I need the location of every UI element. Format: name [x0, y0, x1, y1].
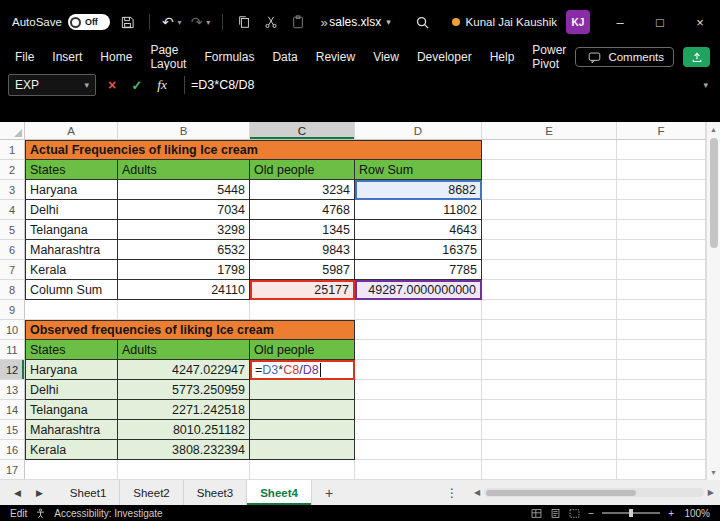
cell-D2[interactable]: Row Sum	[355, 160, 482, 180]
cell-C7[interactable]: 5987	[250, 260, 355, 280]
cell-A9[interactable]	[25, 300, 118, 320]
cell-B11[interactable]: Adults	[118, 340, 250, 360]
row-header-17[interactable]: 17	[0, 460, 25, 480]
cell-C8[interactable]: 25177	[250, 280, 355, 300]
cell-D6[interactable]: 16375	[355, 240, 482, 260]
sheet-tab-sheet2[interactable]: Sheet2	[120, 480, 183, 505]
cell-E13[interactable]	[482, 380, 617, 400]
row-header-3[interactable]: 3	[0, 180, 25, 200]
cell-B12[interactable]: 4247.022947	[118, 360, 250, 380]
row-header-6[interactable]: 6	[0, 240, 25, 260]
cell-D7[interactable]: 7785	[355, 260, 482, 280]
cell-E5[interactable]	[482, 220, 617, 240]
cell-B15[interactable]: 8010.251182	[118, 420, 250, 440]
scroll-down-icon[interactable]: ▼	[710, 468, 717, 477]
ribbon-tab-review[interactable]: Review	[307, 44, 364, 70]
row-header-5[interactable]: 5	[0, 220, 25, 240]
cell-C13[interactable]	[250, 380, 355, 400]
cell-A14[interactable]: Telangana	[25, 400, 118, 420]
comments-button[interactable]: Comments	[575, 47, 674, 67]
autosave-toggle[interactable]: Off	[68, 14, 110, 30]
zoom-slider-knob[interactable]	[629, 509, 633, 517]
name-box-dropdown-icon[interactable]: ▾	[84, 80, 89, 90]
row-header-15[interactable]: 15	[0, 420, 25, 440]
ribbon-tab-view[interactable]: View	[364, 44, 408, 70]
cut-icon[interactable]	[262, 12, 280, 32]
save-icon[interactable]	[119, 12, 137, 32]
more-commands-icon[interactable]: »	[320, 15, 327, 30]
cell-D3[interactable]: 8682	[355, 180, 482, 200]
cell-A3[interactable]: Haryana	[25, 180, 118, 200]
sheet-nav-left-icon[interactable]: ◀	[14, 488, 21, 498]
cell-C3[interactable]: 3234	[250, 180, 355, 200]
cell-B16[interactable]: 3808.232394	[118, 440, 250, 460]
ribbon-tab-file[interactable]: File	[6, 44, 43, 70]
cell-D8[interactable]: 49287.0000000000	[355, 280, 482, 300]
hscroll-right-icon[interactable]: ▶	[708, 488, 714, 497]
column-header-c[interactable]: C	[250, 122, 355, 140]
cell-F8[interactable]	[617, 280, 706, 300]
cell-F13[interactable]	[617, 380, 706, 400]
ribbon-tab-data[interactable]: Data	[263, 44, 306, 70]
cell-E2[interactable]	[482, 160, 617, 180]
cell-B6[interactable]: 6532	[118, 240, 250, 260]
row-header-1[interactable]: 1	[0, 140, 25, 160]
cell-B4[interactable]: 7034	[118, 200, 250, 220]
cell-B13[interactable]: 5773.250959	[118, 380, 250, 400]
cell-A7[interactable]: Kerala	[25, 260, 118, 280]
column-header-f[interactable]: F	[617, 122, 706, 140]
cell-D14[interactable]	[355, 400, 482, 420]
cell-D10[interactable]	[355, 320, 482, 340]
sheet-tab-sheet3[interactable]: Sheet3	[184, 480, 247, 505]
sheet-nav-right-icon[interactable]: ▶	[36, 488, 43, 498]
zoom-level[interactable]: 100%	[682, 508, 710, 519]
horizontal-scrollbar-track[interactable]	[484, 488, 704, 497]
account-button[interactable]: Kunal Jai Kaushik KJ	[452, 10, 590, 34]
cell-F2[interactable]	[617, 160, 706, 180]
formula-input[interactable]: =D3*C8/D8	[191, 70, 699, 100]
enter-button[interactable]: ✓	[126, 74, 148, 96]
copy-icon[interactable]	[235, 12, 253, 32]
cell-C15[interactable]	[250, 420, 355, 440]
row-header-10[interactable]: 10	[0, 320, 25, 340]
cell-F4[interactable]	[617, 200, 706, 220]
page-layout-view-icon[interactable]	[550, 508, 561, 519]
row-header-13[interactable]: 13	[0, 380, 25, 400]
undo-dropdown-icon[interactable]: ▾	[178, 18, 182, 27]
column-header-d[interactable]: D	[355, 122, 482, 140]
add-sheet-button[interactable]: +	[312, 480, 346, 505]
cell-D4[interactable]: 11802	[355, 200, 482, 220]
vertical-scrollbar-thumb[interactable]	[710, 138, 718, 248]
cell-F6[interactable]	[617, 240, 706, 260]
cell-D16[interactable]	[355, 440, 482, 460]
cell-B2[interactable]: Adults	[118, 160, 250, 180]
cell-D12[interactable]	[355, 360, 482, 380]
column-header-a[interactable]: A	[25, 122, 118, 140]
ribbon-tab-page-layout[interactable]: Page Layout	[141, 44, 195, 70]
close-button[interactable]: ×	[680, 0, 720, 44]
cell-A8[interactable]: Column Sum	[25, 280, 118, 300]
cell-F5[interactable]	[617, 220, 706, 240]
ribbon-tab-power-pivot[interactable]: Power Pivot	[523, 44, 575, 70]
cell-E8[interactable]	[482, 280, 617, 300]
cell-B14[interactable]: 2271.242518	[118, 400, 250, 420]
cell-F9[interactable]	[617, 300, 706, 320]
search-icon[interactable]	[414, 12, 432, 32]
cell-B3[interactable]: 5448	[118, 180, 250, 200]
row-header-4[interactable]: 4	[0, 200, 25, 220]
accessibility-status[interactable]: Accessibility: Investigate	[54, 508, 162, 519]
cell-F16[interactable]	[617, 440, 706, 460]
cell-F17[interactable]	[617, 460, 706, 480]
cell-F3[interactable]	[617, 180, 706, 200]
row-header-12[interactable]: 12	[0, 360, 25, 380]
cell-A5[interactable]: Telangana	[25, 220, 118, 240]
cell-A2[interactable]: States	[25, 160, 118, 180]
document-title-menu[interactable]: sales.xlsx ▾	[329, 0, 391, 44]
cell-D13[interactable]	[355, 380, 482, 400]
redo-button[interactable]: ↷	[191, 15, 203, 29]
cell-B17[interactable]	[118, 460, 250, 480]
ribbon-tab-home[interactable]: Home	[91, 44, 141, 70]
cell-C16[interactable]	[250, 440, 355, 460]
paste-icon[interactable]	[289, 12, 307, 32]
cell-A11[interactable]: States	[25, 340, 118, 360]
